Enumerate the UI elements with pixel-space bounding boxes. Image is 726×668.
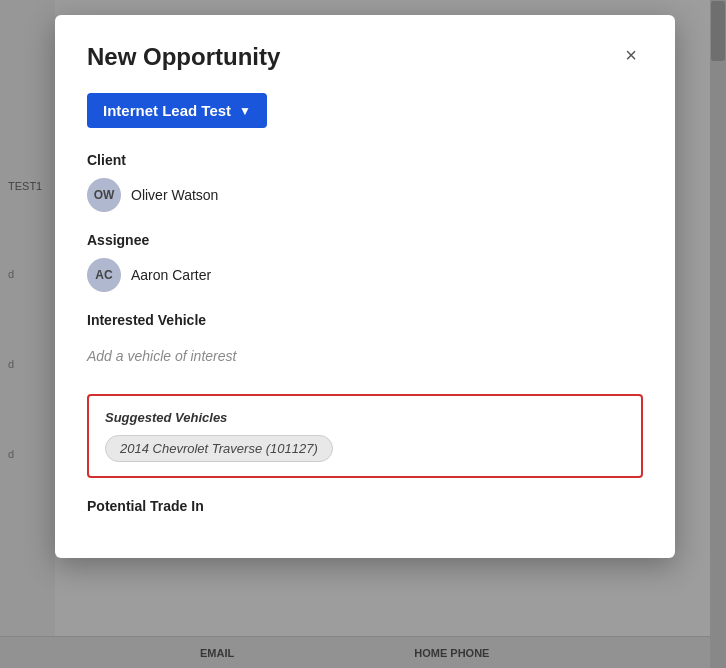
opportunity-type-button[interactable]: Internet Lead Test ▼ [87, 93, 267, 128]
opportunity-type-label: Internet Lead Test [103, 102, 231, 119]
assignee-name: Aaron Carter [131, 267, 211, 283]
client-avatar-initials: OW [94, 188, 115, 202]
potential-trade-in-label: Potential Trade In [87, 498, 643, 514]
interested-vehicle-section: Interested Vehicle Add a vehicle of inte… [87, 312, 643, 374]
suggested-vehicle-chip[interactable]: 2014 Chevrolet Traverse (101127) [105, 435, 333, 462]
modal-header: New Opportunity × [87, 43, 643, 71]
assignee-section: Assignee AC Aaron Carter [87, 232, 643, 292]
add-vehicle-placeholder: Add a vehicle of interest [87, 348, 236, 364]
client-section: Client OW Oliver Watson [87, 152, 643, 212]
modal-new-opportunity: New Opportunity × Internet Lead Test ▼ C… [55, 15, 675, 558]
modal-title: New Opportunity [87, 43, 280, 71]
chevron-down-icon: ▼ [239, 104, 251, 118]
assignee-avatar-initials: AC [95, 268, 112, 282]
potential-trade-in-section: Potential Trade In [87, 498, 643, 514]
suggested-vehicles-box: Suggested Vehicles 2014 Chevrolet Traver… [87, 394, 643, 478]
assignee-avatar: AC [87, 258, 121, 292]
client-label: Client [87, 152, 643, 168]
interested-vehicle-label: Interested Vehicle [87, 312, 643, 328]
client-person-row: OW Oliver Watson [87, 178, 643, 212]
add-vehicle-input[interactable]: Add a vehicle of interest [87, 338, 643, 374]
suggested-vehicles-label: Suggested Vehicles [105, 410, 625, 425]
close-button[interactable]: × [619, 43, 643, 67]
assignee-label: Assignee [87, 232, 643, 248]
client-avatar: OW [87, 178, 121, 212]
client-name: Oliver Watson [131, 187, 218, 203]
assignee-person-row: AC Aaron Carter [87, 258, 643, 292]
